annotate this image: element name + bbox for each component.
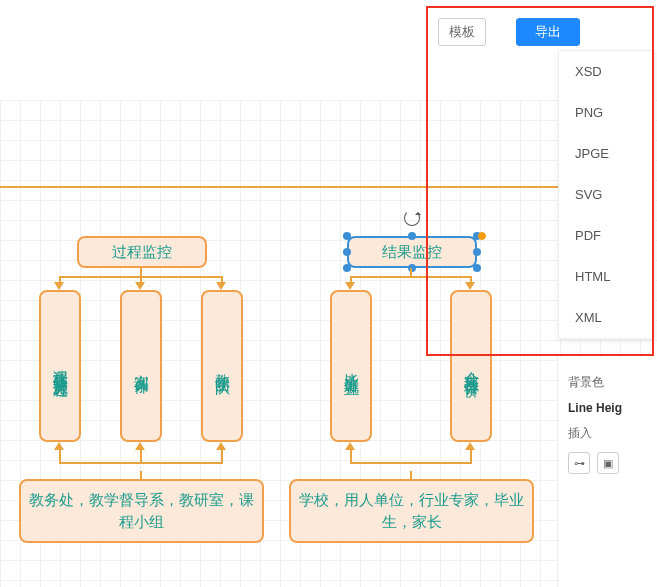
export-button[interactable]: 导出 [516,18,580,46]
node-label: 学校，用人单位，行业专家，毕业生，家长 [297,489,526,534]
insert-label: 插入 [568,425,657,442]
node-training-conditions[interactable]: 实训条件 [120,290,162,442]
button-label: 模板 [449,24,475,39]
lineheight-label: Line Heig [568,401,657,415]
node-label: 毕业生就业 [342,361,361,371]
export-option-png[interactable]: PNG [559,92,654,133]
export-dropdown: XSD PNG JPGE SVG PDF HTML XML [558,50,655,339]
node-process-monitor[interactable]: 过程监控 [77,236,207,268]
export-option-svg[interactable]: SVG [559,174,654,215]
export-option-xml[interactable]: XML [559,297,654,338]
export-option-pdf[interactable]: PDF [559,215,654,256]
export-option-html[interactable]: HTML [559,256,654,297]
node-label: 教务处，教学督导系，教研室，课程小组 [27,489,256,534]
button-label: 导出 [535,24,561,39]
rotate-handle-icon[interactable] [404,210,420,226]
node-label: 结果监控 [382,243,442,262]
node-label: 教学团队 [213,362,232,370]
bgcolor-label: 背景色 [568,374,657,391]
node-result-sources[interactable]: 学校，用人单位，行业专家，毕业生，家长 [289,479,534,543]
node-label: 实训条件 [132,362,151,370]
node-teaching-team[interactable]: 教学团队 [201,290,243,442]
node-course-process[interactable]: 课程教学实施过程 [39,290,81,442]
node-process-sources[interactable]: 教务处，教学督导系，教研室，课程小组 [19,479,264,543]
template-button[interactable]: 模板 [438,18,486,46]
export-option-xsd[interactable]: XSD [559,51,654,92]
node-label: 企业与社会评价 [462,359,481,373]
node-label: 过程监控 [112,243,172,262]
node-label: 课程教学实施过程 [51,358,70,374]
node-enterprise-eval[interactable]: 企业与社会评价 [450,290,492,442]
insert-image-button[interactable]: ▣ [597,452,619,474]
export-option-jpge[interactable]: JPGE [559,133,654,174]
insert-link-button[interactable]: ⊶ [568,452,590,474]
side-panel: 背景色 Line Heig 插入 ⊶ ▣ [557,356,657,587]
node-graduate-employment[interactable]: 毕业生就业 [330,290,372,442]
